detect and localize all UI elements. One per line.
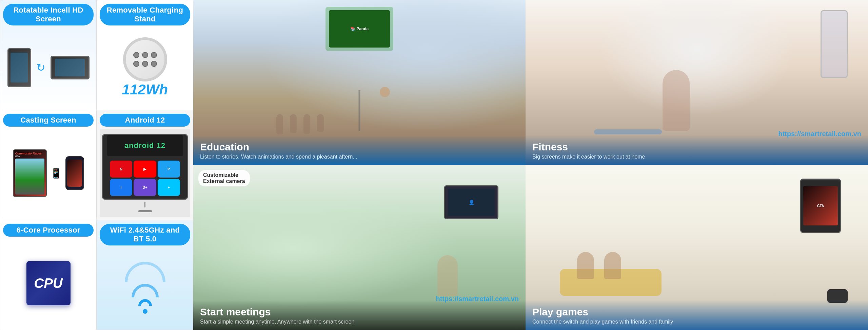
edu-tv-inner: 📚 Panda bbox=[329, 10, 390, 48]
edu-person-head bbox=[380, 87, 390, 97]
game-title: Community Races bbox=[15, 152, 44, 155]
yoga-mat bbox=[594, 129, 662, 134]
app-icon-youtube: ▶ bbox=[134, 161, 156, 178]
cam-dot-1 bbox=[133, 52, 139, 58]
stand-pole bbox=[144, 202, 145, 207]
edu-children bbox=[276, 114, 324, 134]
fitness-scene-bg: https://smartretail.com.vn Fitness Big s… bbox=[526, 0, 868, 165]
rotate-visual: ↻ bbox=[7, 28, 90, 107]
android-logo: android 12 bbox=[124, 141, 165, 150]
education-overlay: Education Listen to stories, Watch anima… bbox=[193, 135, 526, 165]
feature-cell-cpu: 6-Core Processor CPU bbox=[0, 220, 97, 330]
person-sitting bbox=[437, 255, 458, 296]
child-4 bbox=[317, 114, 324, 132]
gaming-overlay: Play games Connect the switch and play g… bbox=[526, 300, 868, 330]
casting-image: Community Races GTA 📱 bbox=[3, 129, 94, 217]
fitness-overlay: Fitness Big screens make it easier to wo… bbox=[526, 135, 868, 165]
meeting-title: Start meetings bbox=[200, 306, 519, 318]
cam-dot-4 bbox=[133, 61, 139, 67]
middle-top-education: 📚 Panda Education Listen to stories, Wat… bbox=[193, 0, 526, 165]
wifi-arc-large bbox=[125, 262, 165, 282]
feature-cell-wifi: WiFi 2.4&5GHz and BT 5.0 bbox=[97, 220, 193, 330]
stand-cameras bbox=[130, 49, 160, 70]
gaming-screen-inner: GTA bbox=[803, 186, 838, 225]
wifi-image bbox=[125, 248, 165, 327]
gaming-title: Play games bbox=[532, 306, 861, 318]
app-icon-prime: P bbox=[158, 161, 180, 178]
meeting-screen: 👤 bbox=[444, 185, 498, 219]
right-bottom-gaming: GTA Play games Connect the switch and pl… bbox=[526, 165, 868, 330]
game-screen: Community Races GTA bbox=[13, 149, 47, 197]
feature-cell-charging: Removable Charging Stand 112Wh bbox=[97, 0, 193, 110]
game-car-area bbox=[15, 159, 44, 195]
gaming-screen-label: GTA bbox=[817, 204, 824, 208]
screen-vertical bbox=[7, 48, 31, 87]
right-top-fitness: https://smartretail.com.vn Fitness Big s… bbox=[526, 0, 868, 165]
capacity-text: 112Wh bbox=[122, 81, 168, 98]
gaming-people bbox=[577, 252, 621, 279]
fitness-title: Fitness bbox=[532, 141, 861, 153]
middle-bottom-meetings: CustomizableExternal camera 👤 https://sm… bbox=[193, 165, 526, 330]
app-icon-netflix: N bbox=[110, 161, 132, 178]
cpu-label-text: CPU bbox=[34, 276, 62, 291]
stand-base bbox=[138, 210, 152, 212]
cast-arrow-icon: 📱 bbox=[50, 168, 62, 179]
app-icon-other: + bbox=[158, 179, 180, 196]
edu-tv-content: 📚 Panda bbox=[350, 26, 369, 31]
app-icon-fb: f bbox=[110, 179, 132, 196]
right-panel: https://smartretail.com.vn Fitness Big s… bbox=[526, 0, 868, 330]
game-subtitle: GTA bbox=[15, 155, 44, 158]
charging-image: 112Wh bbox=[122, 28, 168, 107]
meeting-desc: Start a simple meeting anytime, Anywhere… bbox=[200, 319, 519, 325]
feature-cell-casting: Casting Screen Community Races GTA 📱 bbox=[0, 110, 97, 220]
meeting-scene-bg: CustomizableExternal camera 👤 https://sm… bbox=[193, 165, 526, 330]
gaming-scene-bg: GTA Play games Connect the switch and pl… bbox=[526, 165, 868, 330]
android-image: android 12 N ▶ P f D+ + bbox=[100, 129, 190, 217]
feature-label-charging: Removable Charging Stand bbox=[100, 4, 190, 25]
gaming-screen: GTA bbox=[800, 179, 841, 233]
screen-horizontal bbox=[51, 56, 90, 79]
charging-stand-head bbox=[123, 37, 167, 81]
tv-screen-inner: android 12 bbox=[107, 135, 183, 157]
meeting-overlay: Start meetings Start a simple meeting an… bbox=[193, 300, 526, 330]
wifi-arcs bbox=[125, 262, 165, 314]
gamer-1 bbox=[577, 252, 594, 279]
android-app-grid: N ▶ P f D+ + bbox=[107, 158, 183, 199]
phone-screen bbox=[67, 160, 82, 187]
wifi-dot bbox=[143, 309, 147, 314]
education-title: Education bbox=[200, 141, 519, 153]
fitness-person bbox=[663, 70, 690, 131]
feature-label-android: Android 12 bbox=[100, 114, 190, 127]
cam-dot-6 bbox=[151, 61, 157, 67]
meeting-screen-inner: 👤 bbox=[448, 189, 495, 216]
child-3 bbox=[303, 114, 310, 134]
feature-label-wifi: WiFi 2.4&5GHz and BT 5.0 bbox=[100, 224, 190, 245]
screen-inner-v bbox=[11, 53, 28, 82]
gaming-desc: Connect the switch and play games with f… bbox=[532, 319, 861, 325]
cpu-chip: CPU bbox=[26, 261, 71, 305]
gamer-2 bbox=[604, 252, 621, 279]
feature-cell-android: Android 12 android 12 N ▶ P f D+ + bbox=[97, 110, 193, 220]
cam-dot-2 bbox=[142, 52, 148, 58]
education-desc: Listen to stories, Watch animations and … bbox=[200, 154, 519, 160]
fitness-desc: Big screens make it easier to work out a… bbox=[532, 154, 861, 160]
phone-mock bbox=[65, 156, 84, 190]
education-scene-bg: 📚 Panda Education Listen to stories, Wat… bbox=[193, 0, 526, 165]
cpu-image: CPU bbox=[26, 239, 71, 327]
edu-person-body bbox=[359, 90, 360, 131]
app-icon-disney: D+ bbox=[134, 179, 156, 196]
left-panel: Rotatable Incell HD Screen ↻ Removable C… bbox=[0, 0, 193, 330]
feature-label-cpu: 6-Core Processor bbox=[3, 224, 94, 237]
child-2 bbox=[290, 114, 297, 133]
feature-cell-rotate: Rotatable Incell HD Screen ↻ bbox=[0, 0, 97, 110]
feature-label-casting: Casting Screen bbox=[3, 114, 94, 127]
cam-dot-5 bbox=[142, 61, 148, 67]
cam-dot-3 bbox=[151, 52, 157, 58]
middle-panel: 📚 Panda Education Listen to stories, Wat… bbox=[193, 0, 526, 330]
tv-mock: android 12 N ▶ P f D+ + bbox=[102, 134, 188, 200]
rotate-arrow-icon: ↻ bbox=[36, 61, 45, 74]
feature-label-rotate: Rotatable Incell HD Screen bbox=[3, 4, 94, 25]
wifi-arc-small bbox=[138, 299, 152, 306]
screen-inner-h bbox=[55, 59, 84, 76]
wifi-arc-medium bbox=[132, 284, 159, 297]
